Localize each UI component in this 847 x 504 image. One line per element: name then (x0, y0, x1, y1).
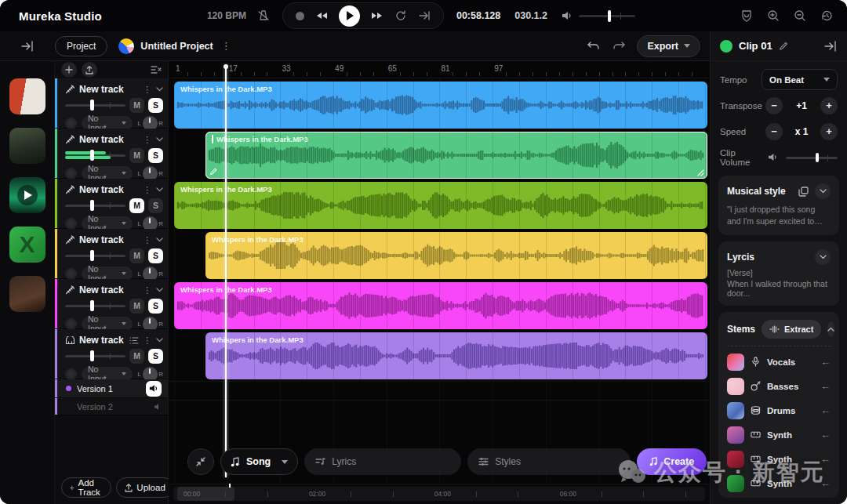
record-arm-button[interactable] (65, 268, 77, 280)
bpm-display[interactable]: 120 BPM (207, 10, 246, 21)
solo-button[interactable]: S (148, 148, 163, 163)
track-menu-icon[interactable]: ⋮ (143, 135, 152, 145)
album-art-1[interactable] (9, 78, 45, 114)
insert-stem-icon[interactable]: ← (820, 404, 831, 416)
project-button[interactable]: Project (55, 36, 107, 56)
track-row[interactable]: New track ⋮ M S No Input LR (55, 179, 168, 229)
track-name[interactable]: New track (79, 134, 139, 145)
create-button[interactable]: Create (637, 448, 707, 475)
stem-row[interactable]: Synth ← (727, 447, 831, 471)
insert-stem-icon[interactable]: ← (820, 477, 831, 489)
mute-button[interactable]: M (129, 299, 144, 314)
clip-pencil-icon[interactable] (209, 167, 218, 176)
version-row-inactive[interactable]: Version 2 (55, 398, 168, 415)
speed-decrease-button[interactable]: − (765, 123, 783, 140)
insert-stem-icon[interactable]: ← (820, 356, 831, 368)
timeline-body[interactable]: Whispers in the Dark.MP3Whispers in the … (169, 78, 710, 484)
album-art-3-playing[interactable] (9, 177, 45, 213)
track-fold-icon[interactable] (156, 288, 163, 292)
mute-button[interactable]: M (129, 98, 144, 113)
redo-icon[interactable] (612, 41, 626, 52)
record-arm-button[interactable] (65, 118, 77, 129)
version-muted-icon[interactable] (154, 403, 162, 411)
metronome-icon[interactable] (257, 9, 270, 22)
track-name[interactable]: New track (79, 234, 139, 245)
collapse-tracks-icon[interactable] (151, 66, 162, 74)
track-fold-icon[interactable] (156, 237, 163, 242)
add-track-button[interactable]: Add Track (61, 477, 111, 498)
track-name[interactable]: New track (79, 285, 139, 296)
audio-clip-1[interactable]: Whispers in the Dark.MP3 (174, 82, 707, 129)
audio-clip-3[interactable]: Whispers in the Dark.MP3 (174, 182, 707, 229)
undo-icon[interactable] (587, 41, 601, 52)
zoom-out-icon[interactable] (794, 9, 806, 22)
record-arm-button[interactable] (65, 368, 77, 380)
musical-style-expand-icon[interactable] (815, 183, 831, 199)
audio-clip-6[interactable]: Whispers in the Dark.MP3 (205, 332, 707, 379)
version-row-active[interactable]: Version 1 (55, 379, 168, 398)
track-name[interactable]: New track (79, 335, 125, 346)
mute-button[interactable]: M (129, 198, 144, 213)
history-icon[interactable] (820, 9, 833, 22)
track-name[interactable]: New track (79, 184, 139, 195)
stem-row[interactable]: Synth ← (727, 495, 831, 498)
track-volume-slider[interactable] (65, 99, 125, 111)
track-fold-icon[interactable] (156, 87, 163, 92)
track-row[interactable]: New track ⋮ M S No Input LR (55, 279, 168, 329)
track-volume-slider[interactable] (65, 350, 125, 362)
audio-clip-4[interactable]: Whispers in the Dark.MP3 (205, 232, 707, 279)
transpose-increase-button[interactable]: + (820, 97, 838, 114)
mute-button[interactable]: M (129, 248, 144, 263)
solo-button[interactable]: S (148, 248, 163, 263)
solo-button[interactable]: S (148, 98, 163, 113)
project-name[interactable]: Untitled Project (140, 41, 213, 52)
clip-resize-handle[interactable] (697, 169, 704, 176)
track-menu-icon[interactable]: ⋮ (143, 335, 152, 346)
speed-increase-button[interactable]: + (820, 123, 838, 140)
record-arm-button[interactable] (65, 168, 77, 179)
track-row[interactable]: New track ⋮ M S No Input LR (55, 329, 168, 379)
album-art-5[interactable] (9, 276, 45, 312)
transpose-decrease-button[interactable]: − (765, 97, 783, 114)
master-volume-slider[interactable] (579, 15, 635, 17)
album-art-4[interactable] (9, 227, 45, 263)
track-volume-slider[interactable] (65, 299, 125, 312)
upload-track-icon[interactable] (82, 62, 97, 78)
add-track-icon[interactable] (61, 62, 77, 78)
track-menu-icon[interactable]: ⋮ (143, 185, 152, 195)
bar-ruler[interactable]: 1173349658197 (169, 61, 710, 78)
track-menu-icon[interactable]: ⋮ (143, 285, 152, 296)
insert-stem-icon[interactable]: ← (820, 429, 831, 441)
clip-volume-slider[interactable] (786, 152, 838, 163)
playhead[interactable] (225, 64, 227, 477)
track-name[interactable]: New track (79, 84, 139, 95)
minimap-scale[interactable]: 00:0002:0004:0006:00 (173, 487, 705, 501)
track-row[interactable]: New track ⋮ M S No Input LR (55, 229, 168, 279)
musical-style-card[interactable]: Musical style "I just dropped this song … (718, 176, 839, 235)
stem-row[interactable]: Synth ← (727, 422, 831, 447)
track-volume-slider[interactable] (65, 199, 125, 212)
stem-row[interactable]: Basses ← (727, 374, 831, 398)
record-arm-button[interactable] (65, 318, 77, 330)
track-volume-slider[interactable] (65, 249, 125, 262)
plugin-badge-icon[interactable] (740, 9, 753, 22)
version-audible-icon[interactable] (146, 381, 162, 397)
record-button[interactable] (296, 12, 304, 20)
rename-clip-icon[interactable] (779, 42, 788, 51)
audio-clip-5[interactable]: Whispers in the Dark.MP3 (174, 282, 707, 329)
mute-button[interactable]: M (129, 349, 144, 364)
zoom-in-icon[interactable] (767, 9, 780, 22)
forward-button[interactable] (371, 12, 384, 20)
lyrics-input[interactable]: Lyrics (304, 448, 461, 475)
track-row[interactable]: New track ⋮ M S No Input LR (55, 78, 168, 129)
album-art-2[interactable] (9, 128, 45, 164)
shrink-createbar-icon[interactable] (187, 448, 214, 475)
export-button[interactable]: Export (637, 35, 700, 57)
track-menu-icon[interactable]: ⋮ (143, 85, 152, 95)
upload-button[interactable]: Upload (116, 477, 173, 498)
stem-row[interactable]: Vocals ← (727, 350, 831, 374)
track-fold-icon[interactable] (156, 338, 163, 343)
goto-end-icon[interactable] (418, 11, 431, 20)
track-fold-icon[interactable] (156, 137, 163, 142)
audio-clip-2[interactable]: Whispers in the Dark.MP3 (205, 132, 707, 179)
